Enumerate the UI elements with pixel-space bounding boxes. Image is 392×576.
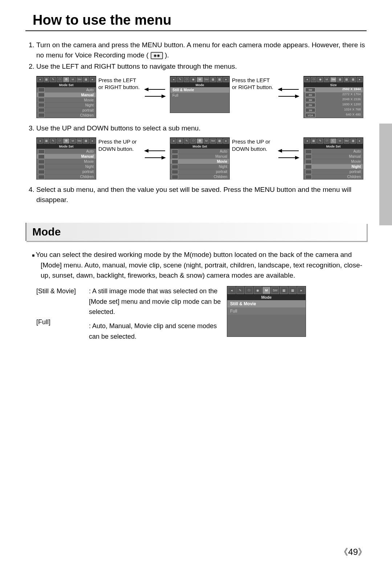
page-number: 《49》 [339,546,367,558]
voice-recording-icon: ◉◉ [151,52,163,59]
svg-marker-5 [278,88,282,91]
side-tab [379,124,392,225]
screenshot-mode-big: ◂✎⚇◉ M5M▦▦▸ Mode Still & Movie Full [227,286,306,337]
arrows-ud-2 [276,147,301,162]
arrows-ud-1 [142,147,168,162]
label-press-ud-2: Press the UP or DOWN button. [232,138,274,152]
mode-intro: You can select the desired working mode … [36,250,367,281]
svg-marker-13 [278,149,282,153]
def-key-full: [Full] [36,317,85,327]
screenshot-row-2: ◂▦✎⚇⚙M5M▦▸ Mode Set Auto Manual Movie Ni… [36,137,367,180]
screenshot-modeset-night: ◂▦✎⚇☾M5M▦▸ Mode Set Auto Manual Movie Ni… [303,137,363,180]
def-val-full: : Auto, Manual, Movie clip and scene mod… [89,321,223,342]
arrows-lr-2 [276,85,301,100]
svg-marker-15 [295,156,299,160]
screenshot-modeset-manual: ◂▦✎⚇ ⚙M5M▦▸ Mode Set Auto Manual Movie N… [36,76,96,118]
arrows-lr-1 [142,85,168,100]
label-press-ud-1: Press the UP or DOWN button. [98,138,140,152]
screenshot-mode: ◂✎⚇◉ M5M▦▦▸ Mode Still & Movie Full [170,76,230,113]
screenshot-size: ◂⚇◉M 5M▦▦▦▸ Size 5M2592 X 1944 4M2272 X … [303,76,363,118]
svg-marker-11 [162,156,166,160]
screenshot-modeset-movie: ◂▦✎⚇⚙M5M▦▸ Mode Set Auto Manual Movie Ni… [170,137,230,180]
section-header-mode: Mode [25,223,367,241]
svg-marker-7 [295,94,299,98]
def-key-still-movie: [Still & Movie] [36,286,85,297]
def-val-still-movie: : A still image mode that was selected o… [89,286,223,317]
label-press-lr-1: Press the LEFT or RIGHT button. [98,77,140,91]
step-3: Use the UP and DOWN buttons to select a … [36,123,367,133]
step-4: Select a sub menu, and then the value yo… [36,185,367,205]
label-press-lr-2: Press the LEFT or RIGHT button. [232,77,274,91]
page-title: How to use the menu [25,11,367,31]
instruction-list-2: Use the UP and DOWN buttons to select a … [25,123,367,133]
svg-marker-1 [144,88,148,91]
step-1: Turn on the camera and press the MENU bu… [36,40,367,60]
mode-definitions: [Still & Movie] [Full] : A still image m… [25,286,367,342]
step-2: Use the LEFT and RIGHT buttons to naviga… [36,61,367,72]
screenshot-row-1: ◂▦✎⚇ ⚙M5M▦▸ Mode Set Auto Manual Movie N… [36,76,367,118]
svg-marker-3 [162,94,166,98]
instruction-list: Turn on the camera and press the MENU bu… [25,40,367,72]
instruction-list-3: Select a sub menu, and then the value yo… [25,185,367,205]
svg-marker-9 [144,149,148,153]
screenshot-modeset-manual-2: ◂▦✎⚇⚙M5M▦▸ Mode Set Auto Manual Movie Ni… [36,137,96,180]
